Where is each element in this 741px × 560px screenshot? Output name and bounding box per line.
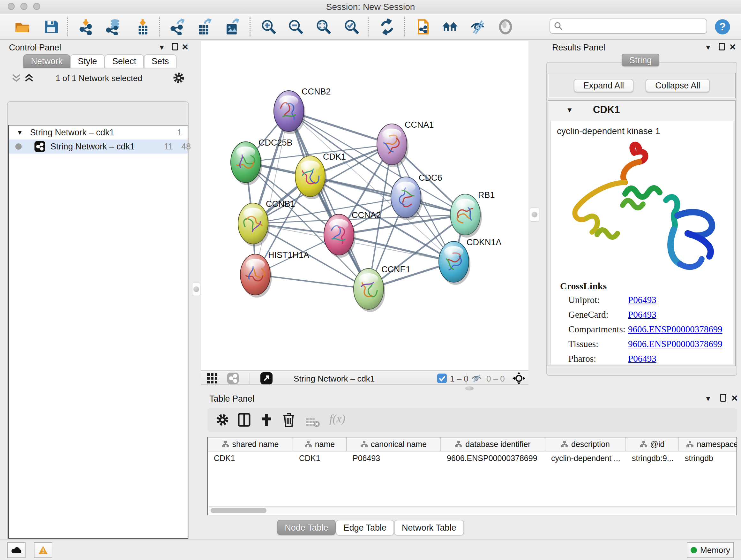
column-header-namespace[interactable]: namespace [679,437,737,451]
node-CCNA1[interactable]: CCNA1 [377,120,434,167]
search-input[interactable] [565,20,703,33]
table-cell[interactable]: CDK1 [208,454,293,463]
export-as-web-page-icon[interactable] [415,18,431,35]
string-home-icon[interactable] [442,18,458,35]
network-collection-row[interactable]: ▼ String Network – cdk1 1 [9,125,188,139]
table-panel-close-icon[interactable]: × [731,394,738,401]
import-table-icon[interactable] [134,18,151,35]
node-HIST1H1A[interactable]: HIST1H1A [240,250,309,298]
column-header-description[interactable]: description [545,437,626,451]
selected-checkbox-icon[interactable] [437,374,447,383]
node-CCNA2[interactable]: CCNA2 [324,210,381,258]
table-options-gear-icon[interactable] [215,413,230,427]
control-panel-close-icon[interactable]: × [182,43,188,51]
table-panel-float-icon[interactable] [720,394,726,401]
export-table-icon[interactable] [196,18,212,35]
crosslink-link[interactable]: P06493 [628,354,657,364]
expand-all-button[interactable]: Expand All [574,79,634,92]
control-panel-float-icon[interactable] [172,43,178,51]
tab-string[interactable]: String [622,54,660,66]
node-table: shared namenamecanonical namedatabase id… [207,437,737,515]
collapse-all-button[interactable]: Collapse All [646,79,710,92]
zoom-selected-icon[interactable] [343,18,360,35]
results-panel-float-icon[interactable] [719,43,725,51]
tab-network[interactable]: Network [23,54,70,68]
column-header-canonical-name[interactable]: canonical name [347,437,441,451]
scrollbar-thumb[interactable] [211,508,266,513]
tab-sets[interactable]: Sets [144,54,177,68]
hidden-eye-icon[interactable] [471,374,482,383]
show-columns-icon[interactable] [237,413,252,427]
column-header-database-identifier[interactable]: database identifier [441,437,545,451]
delete-column-icon[interactable] [281,413,296,427]
table-cell[interactable]: 9606.ENSP00000378699 [441,454,545,463]
table-cell[interactable]: stringdb:9... [626,454,679,463]
expand-all-icon[interactable] [24,73,34,83]
collapse-all-icon[interactable] [11,73,21,83]
tab-node-table[interactable]: Node Table [277,520,336,535]
results-panel-close-icon[interactable]: × [730,43,736,51]
crosslink-link[interactable]: P06493 [628,309,657,320]
hide-selected-icon[interactable] [469,18,486,35]
export-image-icon[interactable] [224,18,240,35]
preview-eye-icon[interactable] [497,18,514,35]
node-RB1[interactable]: RB1 [450,190,495,238]
table-cell[interactable]: cyclin-dependent ... [545,454,626,463]
export-network-icon[interactable] [170,18,186,35]
import-network-file-icon[interactable] [78,18,95,35]
node-CCNB2[interactable]: CCNB2 [274,87,331,134]
zoom-in-icon[interactable] [260,18,277,35]
table-row[interactable]: CDK1CDK1P064939606.ENSP00000378699cyclin… [208,451,737,465]
right-splitter-handle[interactable] [530,207,539,222]
tab-style[interactable]: Style [70,54,105,68]
memory-button[interactable]: Memory [687,542,734,558]
table-h-scrollbar[interactable] [209,506,736,514]
tab-network-table[interactable]: Network Table [394,520,464,535]
footer-separator [250,373,250,384]
table-cell[interactable]: P06493 [347,454,441,463]
annotations-toggle-icon[interactable] [227,373,239,384]
birdseye-toggle-icon[interactable] [207,373,218,384]
fit-crosshair-icon[interactable] [513,372,525,385]
add-column-icon[interactable] [259,413,274,427]
cloud-status-button[interactable] [7,542,25,558]
node-CCNB1[interactable]: CCNB1 [238,199,295,246]
crosslink-link[interactable]: 9606.ENSP00000378699 [628,324,723,334]
zoom-out-icon[interactable] [287,18,304,35]
edge-HIST1H1A-CCNE1[interactable] [255,274,368,289]
open-in-window-icon[interactable] [260,372,273,384]
open-session-icon[interactable] [14,18,30,35]
zoom-fit-icon[interactable] [315,18,332,35]
network-canvas[interactable]: CCNB2CCNA1CDC25BCDK1CDC6RB1CCNB1CCNA2CDK… [201,41,529,370]
column-header-name[interactable]: name [293,437,347,451]
column-header-@id[interactable]: @id [626,437,679,451]
left-splitter-handle[interactable] [192,283,200,296]
function-builder-icon[interactable]: f(x) [329,412,345,425]
save-session-icon[interactable] [43,18,59,35]
collection-expander-icon[interactable]: ▼ [17,129,23,136]
table-panel-collapse-icon[interactable]: ▼ [704,395,712,403]
search-field[interactable] [549,18,707,34]
edge-CCNB2-CCNE1[interactable] [289,111,368,289]
tab-edge-table[interactable]: Edge Table [336,520,394,535]
refresh-view-icon[interactable] [379,18,395,35]
table-cell[interactable]: CDK1 [293,454,347,463]
crosslink-link[interactable]: 9606.ENSP00000378699 [628,339,723,349]
warnings-button[interactable] [34,542,52,558]
control-panel-collapse-icon[interactable]: ▼ [158,44,165,52]
import-network-database-icon[interactable] [106,18,122,35]
table-cell[interactable]: stringdb [679,454,737,463]
memory-label: Memory [700,545,730,555]
column-header-shared-name[interactable]: shared name [208,437,293,451]
node-CDKN1A[interactable]: CDKN1A [439,238,502,285]
delete-table-icon[interactable] [306,415,320,430]
help-icon[interactable]: ? [714,18,731,35]
crosslink-link[interactable]: P06493 [628,295,657,305]
node-CCNE1[interactable]: CCNE1 [354,265,411,312]
results-panel-collapse-icon[interactable]: ▼ [704,44,712,52]
network-options-gear-icon[interactable] [172,71,185,84]
tab-select[interactable]: Select [105,54,144,68]
crosslink-label: Compartments: [568,324,625,334]
network-row-selected[interactable]: String Network – cdk1 11 48 [9,139,188,153]
gene-card-expander-icon[interactable]: ▼ [566,106,573,114]
